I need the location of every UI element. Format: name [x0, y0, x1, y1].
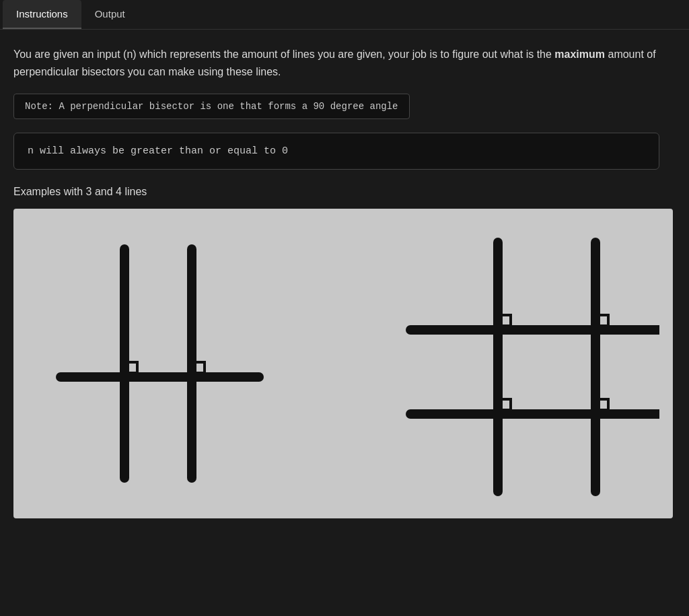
tab-output[interactable]: Output — [81, 0, 139, 29]
note-box: Note: A perpendicular bisector is one th… — [13, 94, 410, 119]
main-content: You are given an input (n) which represe… — [0, 30, 673, 535]
info-box: n will always be greater than or equal t… — [13, 133, 659, 170]
examples-heading: Examples with 3 and 4 lines — [13, 186, 659, 198]
tab-instructions[interactable]: Instructions — [3, 0, 81, 29]
diagram-svg — [27, 222, 659, 505]
tab-bar: Instructions Output — [0, 0, 689, 30]
description-text: You are given an input (n) which represe… — [13, 46, 659, 80]
diagram-container — [13, 209, 673, 518]
